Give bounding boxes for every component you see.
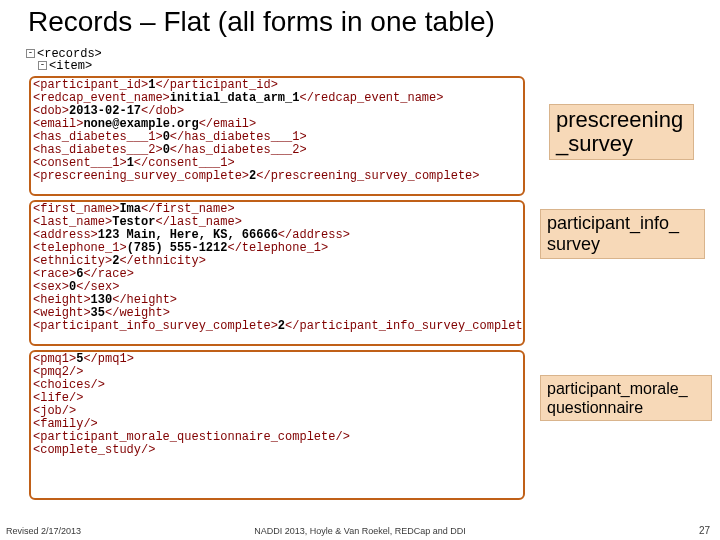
xml-tag: </has_diabetes___2> — [170, 143, 307, 157]
label-prescreening-survey: prescreening _survey — [549, 104, 694, 160]
xml-value: Testor — [112, 215, 155, 229]
xml-value: 2013-02-17 — [69, 104, 141, 118]
xml-tag: <race> — [33, 267, 76, 281]
xml-tag: <dob> — [33, 104, 69, 118]
xml-root-lines: -<records> -<item> — [26, 48, 522, 72]
label-text: participant_morale_ — [547, 380, 688, 397]
xml-value: initial_data_arm_1 — [170, 91, 300, 105]
xml-item-tag: <item> — [49, 59, 92, 73]
xml-tag: </pmq1> — [83, 352, 133, 366]
xml-tag: <email> — [33, 117, 83, 131]
footer-page-number: 27 — [699, 525, 710, 536]
xml-tag: </email> — [199, 117, 257, 131]
label-text: survey — [547, 234, 600, 254]
xml-value: 0 — [163, 130, 170, 144]
xml-tag: <last_name> — [33, 215, 112, 229]
xml-tag: <participant_info_survey_complete> — [33, 319, 278, 333]
participant-info-survey-block: <first_name>Ima</first_name> <last_name>… — [29, 200, 525, 346]
footer-citation: NADDI 2013, Hoyle & Van Roekel, REDCap a… — [0, 526, 720, 536]
xml-tag: <weight> — [33, 306, 91, 320]
xml-value: (785) 555-1212 — [127, 241, 228, 255]
xml-tag: </address> — [278, 228, 350, 242]
xml-tag: <life/> — [33, 391, 83, 405]
xml-tag: </redcap_event_name> — [299, 91, 443, 105]
xml-tag: </consent___1> — [134, 156, 235, 170]
xml-tag: <participant_morale_questionnaire_comple… — [33, 430, 350, 444]
xml-value: 130 — [91, 293, 113, 307]
xml-value: 0 — [163, 143, 170, 157]
participant-morale-questionnaire-block: <pmq1>5</pmq1> <pmq2/> <choices/> <life/… — [29, 350, 525, 500]
label-text: _survey — [556, 131, 633, 156]
xml-tag: <ethnicity> — [33, 254, 112, 268]
collapse-icon: - — [26, 49, 35, 58]
label-participant-morale-questionnaire: participant_morale_ questionnaire — [540, 375, 712, 421]
xml-tag: <pmq2/> — [33, 365, 83, 379]
xml-tag: </height> — [112, 293, 177, 307]
xml-tag: <complete_study/> — [33, 443, 155, 457]
xml-tag: <job/> — [33, 404, 76, 418]
xml-tag: <participant_id> — [33, 78, 148, 92]
xml-tag: <sex> — [33, 280, 69, 294]
xml-value: 123 Main, Here, KS, 66666 — [98, 228, 278, 242]
xml-tag: </dob> — [141, 104, 184, 118]
prescreening-survey-block: <participant_id>1</participant_id> <redc… — [29, 76, 525, 196]
xml-tag: </prescreening_survey_complete> — [256, 169, 479, 183]
xml-value: 1 — [127, 156, 134, 170]
xml-value: Ima — [119, 202, 141, 216]
xml-tag: <telephone_1> — [33, 241, 127, 255]
label-text: prescreening — [556, 107, 683, 132]
xml-tag: </last_name> — [155, 215, 241, 229]
xml-tag: <family/> — [33, 417, 98, 431]
xml-tag: <consent___1> — [33, 156, 127, 170]
xml-tag: </telephone_1> — [227, 241, 328, 255]
xml-tag: </sex> — [76, 280, 119, 294]
xml-tag: </first_name> — [141, 202, 235, 216]
slide-title: Records – Flat (all forms in one table) — [0, 0, 720, 42]
xml-tag: </weight> — [105, 306, 170, 320]
label-participant-info-survey: participant_info_ survey — [540, 209, 705, 259]
xml-tag: <choices/> — [33, 378, 105, 392]
collapse-icon: - — [38, 61, 47, 70]
xml-tag: </participant_id> — [155, 78, 277, 92]
xml-tag: <address> — [33, 228, 98, 242]
xml-tag: <has_diabetes___1> — [33, 130, 163, 144]
xml-value: none@example.org — [83, 117, 198, 131]
xml-tag: </ethnicity> — [119, 254, 205, 268]
label-text: participant_info_ — [547, 213, 679, 233]
xml-tag: <height> — [33, 293, 91, 307]
xml-tag: <first_name> — [33, 202, 119, 216]
xml-tag: <prescreening_survey_complete> — [33, 169, 249, 183]
xml-tag: </race> — [83, 267, 133, 281]
xml-value: 2 — [278, 319, 285, 333]
xml-value: 35 — [91, 306, 105, 320]
label-text: questionnaire — [547, 399, 643, 416]
xml-tag: </has_diabetes___1> — [170, 130, 307, 144]
xml-tag: </participant_info_survey_complete> — [285, 319, 525, 333]
xml-tag: <has_diabetes___2> — [33, 143, 163, 157]
xml-tag: <pmq1> — [33, 352, 76, 366]
xml-tag: <redcap_event_name> — [33, 91, 170, 105]
